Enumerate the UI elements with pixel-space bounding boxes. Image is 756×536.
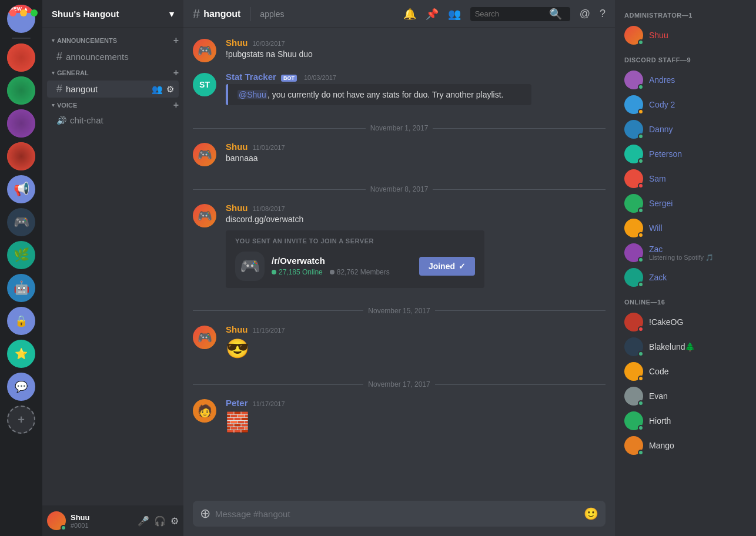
member-avatar [624,145,643,163]
member-item[interactable]: Zack [620,266,751,289]
inbox-icon[interactable]: @ [580,8,590,20]
channel-item-hangout[interactable]: # hangout 👥 ⚙ [47,81,179,98]
members-icon[interactable]: 👥 [448,8,461,21]
message-group: 🎮 Shuu 11/15/2017 😎 [193,324,606,362]
joined-button[interactable]: Joined ✓ [419,257,475,276]
member-item[interactable]: Danny [620,118,751,141]
add-member-icon[interactable]: 👥 [152,84,163,95]
emoji-icon[interactable]: 🙂 [584,507,598,521]
member-status-dot [638,425,644,431]
headphones-icon[interactable]: 🎧 [154,515,166,527]
avatar: 🎮 [193,143,216,166]
member-item[interactable]: Code [620,360,751,383]
bell-icon[interactable]: 🔔 [403,8,416,21]
category-general[interactable]: ▾ GENERAL + [42,65,183,81]
category-announcements[interactable]: ▾ ANNOUNCEMENTS + [42,33,183,48]
message-text: discord.gg/overwatch [226,214,606,226]
close-button[interactable] [9,9,16,16]
settings-icon[interactable]: ⚙ [170,515,179,527]
server-icon-11[interactable]: 💬 [7,373,35,401]
message-timestamp: 11/17/2017 [253,400,285,407]
member-name: Sam [649,174,666,183]
server-icon-12[interactable]: + [7,406,35,434]
search-input[interactable] [475,9,546,18]
message-input[interactable] [215,509,579,519]
topbar-hash-icon: # [193,6,200,22]
search-bar[interactable]: 🔍 [470,7,570,21]
online-count: 27,185 Online [279,268,323,276]
message-group: 🧑 Peter 11/17/2017 🧱 [193,398,606,436]
member-item[interactable]: Hiorth [620,409,751,433]
member-status-dot [638,450,644,455]
avatar: ST [193,73,216,96]
server-icon-9[interactable]: 🔒 [7,307,35,335]
minimize-button[interactable] [20,9,27,16]
member-item[interactable]: Shuu [620,24,751,47]
invite-card: YOU SENT AN INVITE TO JOIN A SERVER 🎮 /r… [226,230,484,288]
settings-icon[interactable]: ⚙ [166,84,174,95]
category-add-icon[interactable]: + [173,68,179,78]
category-arrow: ▾ [52,102,55,108]
message-content: Stat Tracker BOT 10/03/2017 @Shuu, you c… [226,72,606,105]
member-item[interactable]: Andres [620,68,751,92]
date-text: November 17, 2017 [368,380,430,388]
avatar [47,511,66,530]
maximize-button[interactable] [31,9,38,16]
member-name: Peterson [649,149,682,159]
server-icon-5[interactable]: 📢 [7,175,35,203]
member-item[interactable]: Zac Listening to Spotify 🎵 [620,241,751,264]
member-item[interactable]: Peterson [620,142,751,166]
server-header[interactable]: Shuu's Hangout ▾ [42,0,183,28]
member-avatar [624,337,643,356]
message-content: Peter 11/17/2017 🧱 [226,398,606,436]
member-status-dot [638,158,644,164]
member-name: Hiorth [649,416,671,426]
channel-name: chit-chat [70,115,174,125]
member-name: Cody 2 [649,100,675,109]
member-name: Zack [649,273,667,282]
member-status-dot [638,232,644,238]
member-item[interactable]: Evan [620,384,751,408]
member-status-dot [638,376,644,381]
member-status-dot [638,207,644,213]
voice-channel-icon: 🔊 [56,116,66,125]
member-name: Blakelund🌲 [649,342,695,351]
server-icon-4[interactable] [7,142,35,170]
server-icon-1[interactable] [7,43,35,72]
server-icon-8[interactable]: 🤖 [7,274,35,302]
pin-icon[interactable]: 📌 [426,8,439,21]
server-icon-3[interactable] [7,109,35,138]
category-add-icon[interactable]: + [173,35,179,46]
date-text: November 8, 2017 [370,185,429,193]
member-item[interactable]: Blakelund🌲 [620,335,751,359]
category-voice[interactable]: ▾ VOICE + [42,98,183,113]
member-status-dot [638,183,644,189]
server-icon-2[interactable] [7,76,35,105]
server-icon-6[interactable]: 🎮 [7,208,35,236]
member-item[interactable]: Mango [620,434,751,457]
server-icon-7[interactable]: 🌿 [7,241,35,269]
members-category-online: ONLINE—16 [620,296,751,308]
message-text: !pubgstats na Shuu duo [226,49,606,61]
attach-icon[interactable]: ⊕ [200,506,210,521]
category-add-voice-icon[interactable]: + [173,100,179,110]
member-item[interactable]: Sam [620,167,751,190]
category-arrow: ▾ [52,70,55,76]
member-item[interactable]: !CakeOG [620,310,751,334]
members-count: 82,762 Members [337,268,390,276]
channel-item-chit-chat[interactable]: 🔊 chit-chat [47,113,179,128]
member-name: Evan [649,391,668,401]
member-status-dot [638,400,644,406]
category-label: ANNOUNCEMENTS [57,37,117,44]
member-item[interactable]: Sergei [620,192,751,215]
member-item[interactable]: Will [620,216,751,240]
help-icon[interactable]: ? [600,8,606,20]
member-name: Sergei [649,199,673,208]
category-label: VOICE [57,102,77,109]
date-divider: November 8, 2017 [193,185,606,193]
channel-item-announcements[interactable]: # announcements [47,48,179,65]
member-status-dot [638,84,644,90]
member-item[interactable]: Cody 2 [620,93,751,116]
microphone-icon[interactable]: 🎤 [138,515,149,527]
server-icon-10[interactable]: ⭐ [7,340,35,368]
